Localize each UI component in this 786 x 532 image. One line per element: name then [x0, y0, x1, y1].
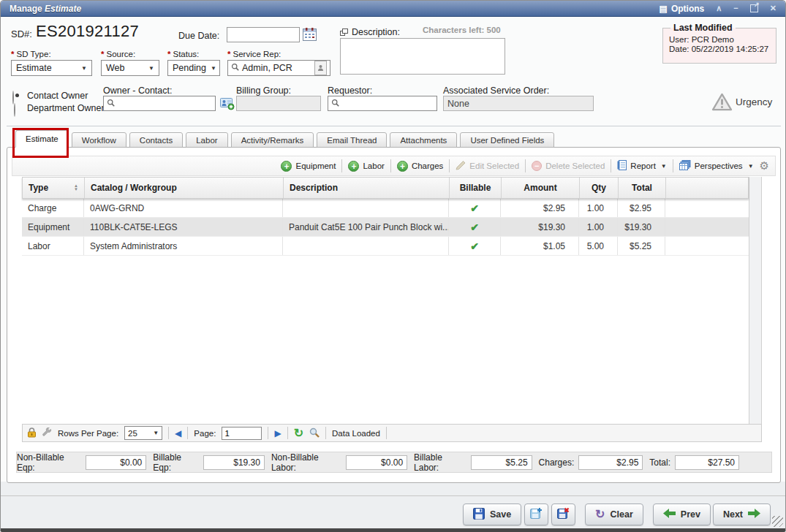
arrow-right-icon [748, 509, 760, 520]
delete-selected-button[interactable]: − Delete Selected [532, 161, 605, 171]
tab-email-thread[interactable]: Email Thread [317, 132, 387, 148]
pagination-bar: Rows Per Page: 25 ▼ ◀ Page: ▶ ↻ Data Loa… [22, 424, 762, 442]
service-rep-field[interactable]: Admin, PCR [227, 60, 330, 76]
totals-bar: Non-Billable Eqp:$0.00 Billable Eqp:$19.… [16, 452, 772, 473]
total-value-box: $19.30 [203, 455, 265, 470]
total-value-box: $0.00 [86, 455, 147, 470]
cell-catalog: 0AWG-GRND [84, 199, 283, 217]
grid-status-text: Data Loaded [332, 429, 380, 438]
edit-selected-button[interactable]: Edit Selected [456, 161, 519, 172]
owner-contact-input[interactable] [103, 96, 216, 111]
save-and-new-button[interactable] [524, 503, 548, 525]
total-non-billable-labor: Non-Billable Labor:$0.00 [271, 452, 407, 473]
sd-number-label: SD#: [11, 28, 32, 39]
check-icon: ✔ [470, 202, 479, 214]
cell-total: $2.95 [618, 199, 665, 217]
due-date-input[interactable] [227, 27, 300, 42]
save-new-disk-icon [530, 507, 543, 522]
search-icon [331, 99, 339, 109]
sort-icon: ▲▼ [74, 184, 78, 191]
chevron-down-icon: ▼ [148, 65, 154, 72]
last-modified-user: User: PCR Demo [669, 35, 770, 44]
chevron-down-icon: ▼ [661, 163, 667, 170]
column-header-catalog-workgroup[interactable]: Catalog / Workgroup [85, 178, 284, 198]
cell-catalog: System Administrators [84, 237, 283, 255]
cell-description [283, 199, 449, 217]
tab-attachments[interactable]: Attachments [390, 132, 457, 148]
sd-type-select[interactable]: Estimate▼ [11, 60, 92, 76]
table-row[interactable]: Equipment 110BLK-CAT5E-LEGS Panduit Cat5… [22, 218, 749, 237]
lock-icon[interactable] [27, 428, 37, 439]
tab-estimate[interactable]: Estimate [15, 130, 69, 148]
collapse-button[interactable]: ∧ [716, 4, 722, 12]
title-bar: Manage Estimate ▤ Options ∧ − ↗ ✕ [1, 1, 785, 17]
source-select[interactable]: Web▼ [101, 60, 159, 76]
next-button[interactable]: Next [713, 503, 771, 525]
column-header-description[interactable]: Description [284, 178, 450, 198]
save-button[interactable]: Save [463, 503, 521, 525]
cell-catalog: 110BLK-CAT5E-LEGS [84, 218, 283, 236]
minimize-button[interactable]: − [733, 4, 738, 12]
department-owner-label: Department Owner [27, 103, 105, 113]
gear-icon[interactable]: ⚙ [760, 159, 769, 172]
cell-description [283, 237, 449, 255]
close-button[interactable]: ✕ [770, 4, 776, 12]
clear-button[interactable]: ↻ Clear [585, 503, 643, 525]
grid-toolbar: + Equipment + Labor + Charges Edit Selec… [12, 156, 776, 176]
previous-page-icon[interactable]: ◀ [175, 428, 181, 438]
tab-workflow[interactable]: Workflow [72, 132, 126, 148]
add-equipment-button[interactable]: + Equipment [281, 161, 336, 172]
description-popout-icon[interactable] [340, 26, 348, 39]
next-page-icon[interactable]: ▶ [274, 428, 281, 438]
resize-grip[interactable] [772, 516, 783, 527]
requestor-input[interactable] [328, 96, 437, 111]
tab-labor[interactable]: Labor [186, 132, 227, 148]
grid-scrollbar[interactable] [749, 177, 762, 424]
save-and-close-button[interactable] [551, 503, 575, 525]
rows-per-page-select[interactable]: 25 ▼ [124, 426, 162, 440]
service-rep-lookup-button[interactable] [314, 61, 327, 75]
popout-button[interactable]: ↗ [750, 4, 758, 12]
contact-owner-radio[interactable] [12, 91, 14, 104]
tab-activity-remarks[interactable]: Activity/Remarks [231, 132, 314, 148]
popout-arrow-icon: ↗ [754, 1, 760, 9]
search-grid-icon[interactable] [309, 428, 320, 439]
toolbar-separator [341, 159, 342, 172]
add-charges-button[interactable]: + Charges [397, 161, 443, 172]
add-contact-icon[interactable] [220, 96, 235, 113]
cell-filler [665, 218, 749, 236]
check-icon: ✔ [470, 221, 479, 233]
cell-amount: $19.30 [501, 218, 579, 236]
cell-type: Equipment [22, 218, 84, 236]
table-row[interactable]: Labor System Administrators ✔ $1.05 5.00… [22, 237, 749, 256]
calendar-icon[interactable] [303, 28, 317, 44]
description-textarea[interactable] [340, 38, 505, 75]
prev-button[interactable]: Prev [653, 503, 711, 525]
toolbar-separator [525, 159, 526, 172]
add-labor-button[interactable]: + Labor [348, 161, 384, 172]
perspectives-dropdown-button[interactable]: Perspectives ▼ [679, 160, 754, 172]
tab-contacts[interactable]: Contacts [129, 132, 183, 148]
column-header-amount[interactable]: Amount [502, 178, 580, 198]
table-row[interactable]: Charge 0AWG-GRND ✔ $2.95 1.00 $2.95 [22, 199, 749, 218]
column-header-total[interactable]: Total [619, 178, 666, 198]
column-header-billable[interactable]: Billable [450, 178, 502, 198]
refresh-icon[interactable]: ↻ [294, 428, 303, 438]
total-value-box: $27.50 [675, 455, 739, 470]
options-button[interactable]: ▤ Options [660, 4, 705, 14]
pagination-separator [287, 427, 288, 439]
department-owner-radio[interactable] [14, 103, 15, 117]
characters-left-counter: Characters left: 500 [423, 26, 501, 34]
column-header-qty[interactable]: Qty [580, 178, 619, 198]
wrench-icon[interactable] [42, 428, 52, 438]
tab-user-defined-fields[interactable]: User Defined Fields [460, 132, 554, 148]
column-header-type[interactable]: Type ▲▼ [23, 178, 85, 198]
report-dropdown-button[interactable]: Report ▼ [617, 160, 666, 172]
save-disk-icon [473, 508, 485, 522]
owner-contact-label: Owner - Contact: [103, 86, 172, 96]
rows-per-page-label: Rows Per Page: [58, 429, 118, 438]
status-select[interactable]: Pending▼ [167, 60, 220, 76]
page-number-input[interactable] [222, 427, 262, 440]
billing-group-label: Billing Group: [236, 86, 291, 96]
cell-billable: ✔ [449, 218, 501, 236]
